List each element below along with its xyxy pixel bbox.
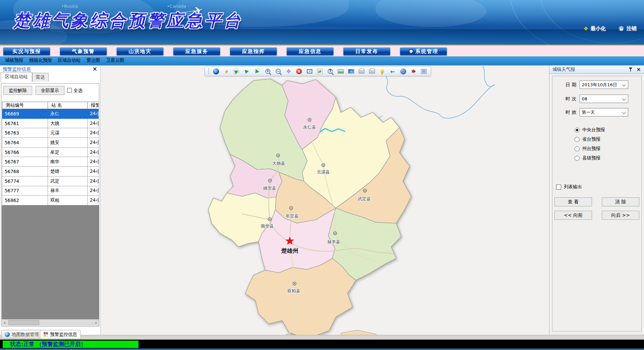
col-alarm: 报警: [88, 102, 99, 109]
select-feature-tool-button[interactable]: [243, 67, 251, 75]
print-tool-button[interactable]: [358, 67, 365, 75]
time-select[interactable]: 08: [580, 95, 628, 103]
pin-icon[interactable]: [629, 67, 633, 72]
select-circle-tool-button[interactable]: [254, 67, 261, 75]
scrollbar-track[interactable]: [8, 319, 93, 326]
submenu-town-forecast[interactable]: 城镇预报: [5, 57, 23, 63]
close-icon[interactable]: ×: [93, 66, 97, 72]
date-select[interactable]: 2013年10月16日: [580, 81, 628, 89]
view-button[interactable]: 查 看: [554, 197, 592, 206]
add-data-tool-button[interactable]: +: [399, 67, 407, 75]
select-all-checkbox[interactable]: [67, 88, 72, 93]
scroll-right-icon[interactable]: ›: [93, 320, 99, 325]
globe-tool-button[interactable]: [212, 67, 220, 75]
table-row[interactable]: 56766 牟定 24小: [2, 147, 99, 157]
radio-central-forecast[interactable]: 中央台预报: [575, 127, 605, 133]
cell-alarm: 24小: [88, 176, 99, 186]
county-label: 双柏县: [287, 288, 301, 293]
stop-icon: ×: [296, 68, 302, 74]
export-image-tool-button[interactable]: [337, 67, 344, 75]
nav-tab-system-management[interactable]: 系统管理: [400, 47, 447, 56]
table-row[interactable]: 56669 永仁 24小: [2, 109, 99, 119]
nav-tab-emergency-info[interactable]: 应急信息: [286, 47, 334, 56]
logout-button[interactable]: 注销: [619, 26, 637, 32]
toolbar-grip[interactable]: [208, 68, 209, 75]
identify-tool-button[interactable]: ?: [326, 67, 334, 75]
nav-tab-flood-geohazard[interactable]: 山洪地灾: [116, 47, 164, 56]
cell-alarm: 24小: [88, 157, 99, 167]
pan-tool-button[interactable]: ✥: [285, 67, 292, 75]
period-label: 时 效: [566, 109, 576, 115]
radio-province-forecast[interactable]: 省台预报: [575, 136, 600, 142]
monitor-release-button[interactable]: 监控解除: [3, 86, 32, 95]
nav-tab-label: 系统管理: [416, 48, 438, 55]
radio-county-forecast[interactable]: 县级预报: [575, 155, 600, 161]
town-weather-panel: 城镇天气报 × 日 期 2013年10月16日 时 次 08 时 效 第一天 中…: [549, 65, 644, 335]
zoom-in-tool-button[interactable]: +: [264, 67, 272, 75]
list-output-checkbox[interactable]: [556, 185, 561, 190]
empty-list-area: [2, 205, 99, 319]
status-text: 状态:正常 （预警监测已开启）: [10, 341, 86, 348]
zoom-in-icon: +: [265, 69, 270, 74]
full-extent-tool-button[interactable]: ↗: [306, 67, 313, 75]
cell-station-name: 禄丰: [48, 186, 88, 196]
nav-tab-emergency-command[interactable]: 应急指挥: [230, 47, 277, 56]
page-setup-tool-button[interactable]: [368, 67, 376, 75]
map-canvas[interactable]: 永仁县 大姚县 元谋县 武定县 姚安县 牟定县 南华县 禄丰县 双柏县 楚雄州: [101, 65, 549, 335]
basemap-tool-button[interactable]: ≈: [347, 67, 355, 75]
map-viewport[interactable]: 永仁县 大姚县 元谋县 武定县 姚安县 牟定县 南华县 禄丰县 双柏县 楚雄州 …: [101, 65, 549, 335]
table-row[interactable]: 56862 双柏 24小: [2, 196, 99, 205]
measure-tool-button[interactable]: ▰: [222, 67, 230, 75]
minimize-button[interactable]: ❖ 最小化: [584, 26, 606, 32]
table-row[interactable]: 56777 禄丰 24小: [2, 186, 99, 196]
table-row[interactable]: 56774 武定 24小: [2, 176, 99, 186]
chevron-down-icon: ▾: [414, 70, 416, 73]
refresh-tool-button[interactable]: ⇄: [316, 67, 324, 75]
status-bar: 状态:正常 （预警监测已开启）: [0, 340, 644, 349]
nav-tab-label: 应急服务: [185, 48, 208, 55]
table-row[interactable]: 56761 大姚 24小: [2, 118, 99, 128]
back-tool-button[interactable]: ←: [389, 67, 396, 75]
list-output-option[interactable]: 列表输出: [556, 184, 582, 190]
col-station-name: 站 名: [48, 102, 88, 109]
tab-map-data-management[interactable]: 地图数据管理: [1, 330, 43, 339]
nav-tab-daily-release[interactable]: 日常发布: [343, 47, 390, 56]
app-title: 楚雄气象综合预警应急平台: [13, 9, 243, 32]
show-all-button[interactable]: 全部显示: [36, 86, 64, 95]
locate-pin-tool-button[interactable]: [378, 67, 386, 75]
horizontal-scrollbar[interactable]: ‹ ›: [2, 319, 99, 326]
submenu-auto-station[interactable]: 区域自动站: [58, 57, 81, 63]
submenu-refined-forecast[interactable]: 精细化预报: [29, 57, 52, 63]
county-polygons[interactable]: [208, 79, 411, 335]
tab-region-auto-station[interactable]: 区域自动站: [1, 72, 32, 82]
next-button[interactable]: 向后 >>: [602, 211, 639, 220]
table-row[interactable]: 56764 姚安 24小: [2, 138, 99, 148]
select-area-tool-button[interactable]: [233, 67, 240, 75]
prev-button[interactable]: << 向前: [554, 211, 592, 220]
nav-tab-weather-warning[interactable]: 气象预警: [60, 47, 107, 56]
table-row[interactable]: 56763 元谋 24小: [2, 128, 99, 138]
nav-tab-live-forecast[interactable]: 实况与预报: [3, 47, 50, 56]
flash-locate-tool-button[interactable]: ✱▾: [410, 67, 417, 75]
stop-tool-button[interactable]: ×: [295, 67, 303, 75]
nav-tab-emergency-service[interactable]: 应急服务: [173, 47, 220, 56]
nav-tab-label: 山洪地灾: [129, 48, 152, 55]
submenu-radar-image[interactable]: 雷达图: [87, 57, 100, 63]
submenu-satellite-cloud[interactable]: 卫星云图: [106, 57, 124, 63]
lock-icon: [619, 26, 624, 32]
zoom-out-tool-button[interactable]: −: [274, 67, 282, 75]
nav-tab-label: 应急信息: [299, 48, 322, 55]
scroll-left-icon[interactable]: ‹: [2, 320, 8, 325]
period-select[interactable]: 第一天: [580, 108, 628, 116]
close-icon[interactable]: ×: [637, 67, 641, 72]
scrollbar-thumb[interactable]: [8, 320, 39, 325]
tab-warning-monitor-info[interactable]: 预警监控信息: [40, 330, 81, 339]
logout-label: 注销: [627, 26, 637, 32]
table-row[interactable]: 56767 南华 24小: [2, 157, 99, 167]
page-setup-icon: [369, 69, 375, 73]
tab-radar[interactable]: 雷达: [32, 73, 49, 82]
radio-prefecture-forecast[interactable]: 州台预报: [575, 146, 600, 152]
clear-button[interactable]: 清 除: [602, 197, 639, 206]
table-row[interactable]: 56768 楚雄 24小: [2, 167, 99, 177]
overview-map-tool-button[interactable]: ⊞: [420, 67, 428, 75]
